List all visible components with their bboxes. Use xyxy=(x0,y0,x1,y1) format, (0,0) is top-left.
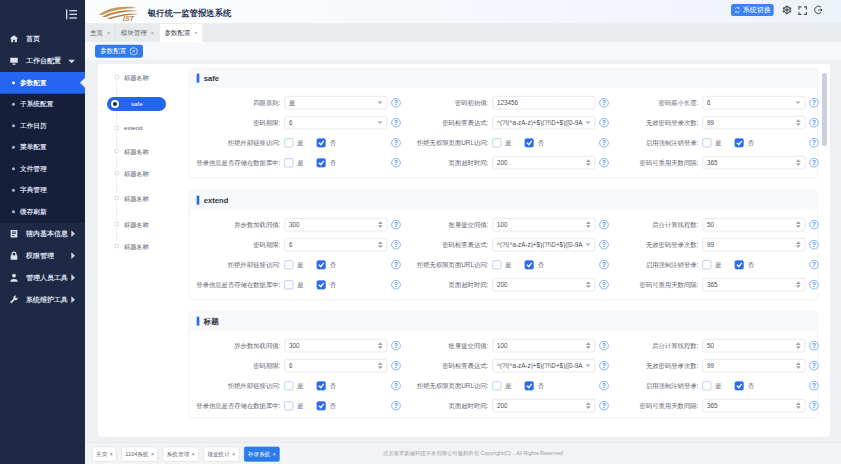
select-field[interactable]: 是 xyxy=(284,96,387,109)
checkbox[interactable] xyxy=(492,381,501,390)
spinner-icon[interactable] xyxy=(796,241,801,248)
help-icon[interactable]: ? xyxy=(391,280,400,289)
checkbox[interactable] xyxy=(702,138,711,147)
sidebar-subitem[interactable]: 子系统配置 xyxy=(0,93,85,114)
help-icon[interactable]: ? xyxy=(391,381,400,390)
spinner-icon[interactable] xyxy=(796,221,801,228)
system-tab[interactable]: 1104系统× xyxy=(121,447,158,462)
number-input[interactable]: 365 xyxy=(702,156,805,169)
settings-gear-icon[interactable] xyxy=(782,5,792,15)
close-icon[interactable]: × xyxy=(110,451,113,457)
help-icon[interactable]: ? xyxy=(599,240,608,249)
help-icon[interactable]: ? xyxy=(599,158,608,167)
help-icon[interactable]: ? xyxy=(809,220,818,229)
spinner-icon[interactable] xyxy=(796,119,801,126)
help-icon[interactable]: ? xyxy=(809,158,818,167)
checkbox[interactable] xyxy=(317,260,326,269)
number-input[interactable]: 300 xyxy=(284,339,387,352)
spinner-icon[interactable] xyxy=(378,362,383,369)
system-tab[interactable]: 补录系统× xyxy=(244,447,280,462)
checkbox[interactable] xyxy=(525,381,534,390)
help-icon[interactable]: ? xyxy=(599,341,608,350)
help-icon[interactable]: ? xyxy=(599,381,608,390)
checkbox[interactable] xyxy=(317,158,326,167)
system-switch-button[interactable]: 系统切换 xyxy=(731,4,774,16)
number-input[interactable]: 365 xyxy=(702,399,805,412)
spinner-icon[interactable] xyxy=(378,221,383,228)
help-icon[interactable]: ? xyxy=(809,280,818,289)
sidebar-subitem[interactable]: 缓存刷新 xyxy=(0,201,85,222)
help-icon[interactable]: ? xyxy=(599,280,608,289)
help-icon[interactable]: ? xyxy=(599,260,608,269)
logout-icon[interactable] xyxy=(813,5,823,15)
number-input[interactable]: 100 xyxy=(492,218,595,231)
checkbox[interactable] xyxy=(284,260,293,269)
sidebar-item-5[interactable]: 系统维护工具 xyxy=(0,288,85,310)
workspace-tab[interactable]: 主页× xyxy=(85,24,116,42)
checkbox[interactable] xyxy=(735,381,744,390)
checkbox[interactable] xyxy=(317,401,326,410)
checkbox[interactable] xyxy=(317,381,326,390)
select-field[interactable]: 6 xyxy=(284,116,387,129)
sidebar-subitem[interactable]: 字典管理 xyxy=(0,179,85,200)
spinner-icon[interactable] xyxy=(796,281,801,288)
scrollbar-thumb[interactable] xyxy=(822,73,827,146)
sidebar-item-4[interactable]: 管理人员工具 xyxy=(0,266,85,288)
spinner-icon[interactable] xyxy=(378,241,383,248)
help-icon[interactable]: ? xyxy=(809,381,818,390)
system-tab[interactable]: 系统管理× xyxy=(163,447,199,462)
help-icon[interactable]: ? xyxy=(809,361,818,370)
number-input[interactable]: 365 xyxy=(702,278,805,291)
help-icon[interactable]: ? xyxy=(391,158,400,167)
spinner-icon[interactable] xyxy=(796,402,801,409)
sidebar-subitem[interactable]: 菜单配置 xyxy=(0,136,85,157)
close-icon[interactable]: × xyxy=(273,451,276,457)
help-icon[interactable]: ? xyxy=(391,118,400,127)
number-input[interactable]: 50 xyxy=(702,218,805,231)
checkbox[interactable] xyxy=(525,260,534,269)
help-icon[interactable]: ? xyxy=(391,260,400,269)
sidebar-subitem[interactable]: 参数配置 xyxy=(0,72,85,93)
help-icon[interactable]: ? xyxy=(391,98,400,107)
close-icon[interactable]: × xyxy=(107,30,110,36)
help-icon[interactable]: ? xyxy=(809,240,818,249)
number-input[interactable]: 200 xyxy=(492,278,595,291)
select-field[interactable]: ^(?!(^a-zA-z)+$)(?!\D+$)([0-9A-Z... xyxy=(492,359,595,372)
spinner-icon[interactable] xyxy=(586,402,591,409)
fullscreen-icon[interactable] xyxy=(798,6,807,15)
spinner-icon[interactable] xyxy=(586,159,591,166)
checkbox[interactable] xyxy=(284,401,293,410)
checkbox[interactable] xyxy=(284,158,293,167)
close-icon[interactable]: × xyxy=(195,30,198,36)
tag-chip[interactable]: 参数配置 × xyxy=(95,45,143,58)
select-field[interactable]: ^(?!(^a-zA-z)+$)(?!\D+$)([0-9A-Z... xyxy=(492,238,595,251)
checkbox[interactable] xyxy=(702,381,711,390)
spinner-icon[interactable] xyxy=(796,342,801,349)
help-icon[interactable]: ? xyxy=(809,341,818,350)
help-icon[interactable]: ? xyxy=(391,138,400,147)
help-icon[interactable]: ? xyxy=(599,138,608,147)
sidebar-item-3[interactable]: 权限管理 xyxy=(0,244,85,266)
checkbox[interactable] xyxy=(317,280,326,289)
number-input[interactable]: 6 xyxy=(284,238,387,251)
sidebar-item-2[interactable]: 辖内基本信息 xyxy=(0,222,85,244)
spinner-icon[interactable] xyxy=(586,221,591,228)
close-icon[interactable]: × xyxy=(151,30,154,36)
number-input[interactable]: 200 xyxy=(492,399,595,412)
number-input[interactable]: 50 xyxy=(702,339,805,352)
sidebar-subitem[interactable]: 工作日历 xyxy=(0,115,85,136)
help-icon[interactable]: ? xyxy=(809,260,818,269)
help-icon[interactable]: ? xyxy=(391,361,400,370)
help-icon[interactable]: ? xyxy=(599,98,608,107)
help-icon[interactable]: ? xyxy=(391,240,400,249)
number-input[interactable]: 300 xyxy=(284,218,387,231)
close-icon[interactable]: × xyxy=(192,451,195,457)
number-input[interactable]: 99 xyxy=(702,238,805,251)
sidebar-item-1[interactable]: 工作台配置 xyxy=(0,50,85,72)
spinner-icon[interactable] xyxy=(796,362,801,369)
close-icon[interactable]: × xyxy=(151,451,154,457)
tag-close-icon[interactable]: × xyxy=(130,47,138,55)
text-input[interactable]: 123456 xyxy=(492,96,595,109)
help-icon[interactable]: ? xyxy=(599,118,608,127)
checkbox[interactable] xyxy=(492,138,501,147)
